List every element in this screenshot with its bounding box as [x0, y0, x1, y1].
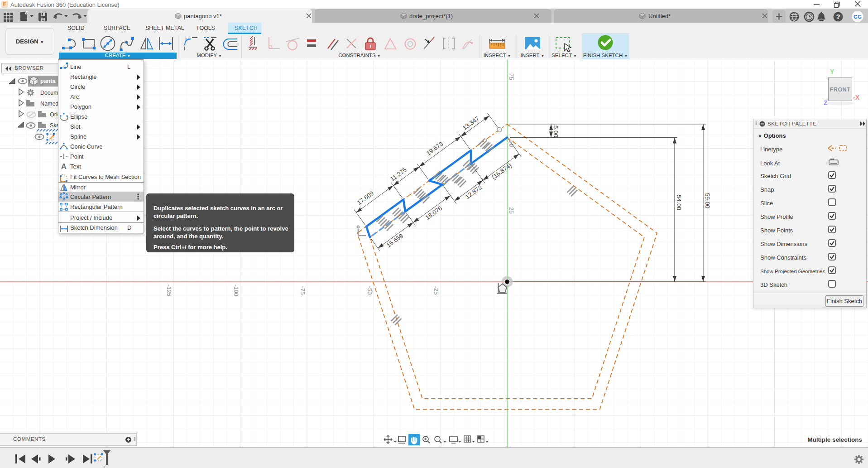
svg-text:50: 50	[508, 140, 515, 147]
svg-text:-25: -25	[433, 286, 440, 295]
svg-text:-100: -100	[233, 285, 240, 296]
svg-text:-50: -50	[366, 286, 373, 295]
svg-text:5.00: 5.00	[552, 125, 559, 137]
svg-text:25: 25	[508, 207, 515, 213]
svg-text:-75: -75	[299, 286, 306, 295]
svg-text:-125: -125	[166, 285, 173, 296]
svg-text:A: A	[61, 162, 67, 171]
svg-text:GG: GG	[854, 14, 862, 19]
svg-text:54.00: 54.00	[676, 195, 682, 210]
svg-text:75: 75	[508, 73, 515, 80]
svg-text:59.00: 59.00	[704, 193, 711, 208]
svg-text:?: ?	[836, 13, 840, 20]
